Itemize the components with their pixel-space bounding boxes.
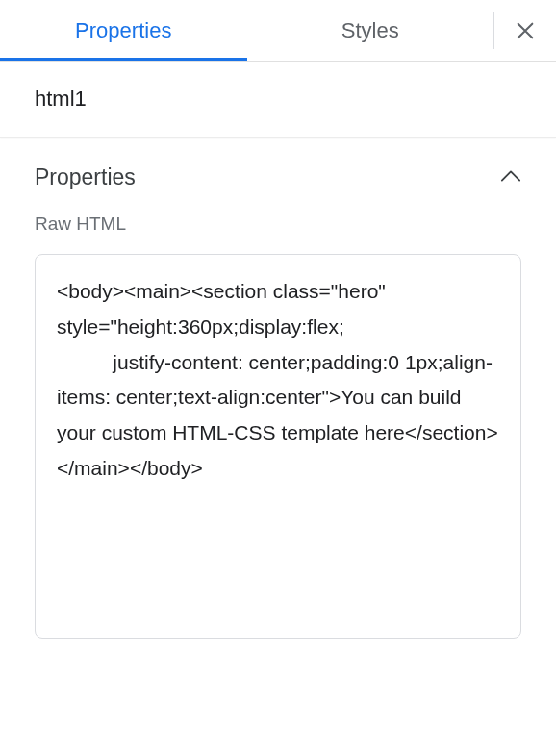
tabs-group: Properties Styles (0, 0, 493, 61)
element-name-bar: html1 (0, 62, 556, 138)
close-button[interactable] (494, 0, 556, 61)
tab-styles-label: Styles (341, 18, 399, 43)
raw-html-textarea[interactable]: <body><main><section class="hero" style=… (35, 254, 521, 639)
chevron-up-icon (500, 169, 521, 187)
tab-styles[interactable]: Styles (247, 0, 494, 61)
tabs-bar: Properties Styles (0, 0, 556, 62)
close-icon (515, 20, 536, 41)
section-title: Properties (35, 164, 136, 190)
element-name: html1 (35, 87, 87, 111)
tab-properties-label: Properties (75, 18, 171, 43)
section-header[interactable]: Properties (35, 164, 521, 190)
properties-section: Properties Raw HTML <body><main><section… (0, 138, 556, 656)
tab-properties[interactable]: Properties (0, 0, 247, 61)
raw-html-label: Raw HTML (35, 214, 521, 235)
